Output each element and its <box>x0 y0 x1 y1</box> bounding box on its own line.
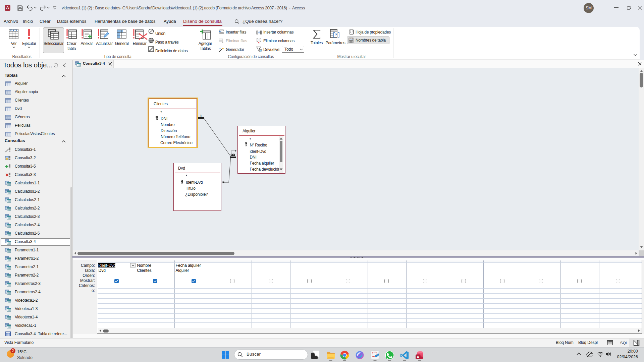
svg-text:10: 10 <box>260 50 262 52</box>
svg-text:?: ? <box>335 33 337 37</box>
svg-text:A: A <box>417 355 419 359</box>
svg-text:1: 1 <box>200 114 202 118</box>
svg-text:XYZ: XYZ <box>349 38 353 40</box>
